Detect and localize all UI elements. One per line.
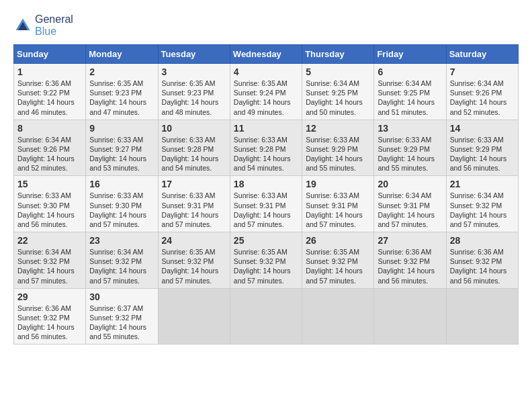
day-number: 12 [306,123,370,134]
empty-cell [158,288,230,345]
day-number: 6 [378,66,442,77]
day-number: 7 [450,66,515,77]
day-number: 10 [162,123,226,134]
logo: General Blue [13,13,73,38]
day-number: 23 [89,235,154,246]
calendar-week-row: 1 Sunrise: 6:36 AM Sunset: 9:22 PM Dayli… [14,64,519,120]
day-info: Sunrise: 6:34 AM Sunset: 9:25 PM Dayligh… [378,79,442,117]
calendar-day-3: 3 Sunrise: 6:35 AM Sunset: 9:23 PM Dayli… [158,64,230,120]
calendar-day-16: 16 Sunrise: 6:33 AM Sunset: 9:30 PM Dayl… [86,176,158,232]
day-info: Sunrise: 6:35 AM Sunset: 9:32 PM Dayligh… [234,247,298,285]
day-info: Sunrise: 6:33 AM Sunset: 9:30 PM Dayligh… [89,191,154,229]
calendar-table: SundayMondayTuesdayWednesdayThursdayFrid… [13,44,519,345]
calendar-day-2: 2 Sunrise: 6:35 AM Sunset: 9:23 PM Dayli… [86,64,158,120]
day-number: 18 [234,179,298,189]
logo-blue-text: Blue [35,26,56,37]
day-info: Sunrise: 6:34 AM Sunset: 9:32 PM Dayligh… [450,191,515,229]
day-info: Sunrise: 6:34 AM Sunset: 9:25 PM Dayligh… [306,79,370,117]
day-info: Sunrise: 6:37 AM Sunset: 9:32 PM Dayligh… [89,304,154,342]
calendar-day-1: 1 Sunrise: 6:36 AM Sunset: 9:22 PM Dayli… [14,64,86,120]
calendar-day-24: 24 Sunrise: 6:35 AM Sunset: 9:32 PM Dayl… [158,232,230,289]
calendar-day-13: 13 Sunrise: 6:33 AM Sunset: 9:29 PM Dayl… [374,120,446,176]
weekday-header-friday: Friday [374,45,446,64]
day-info: Sunrise: 6:35 AM Sunset: 9:24 PM Dayligh… [234,79,298,117]
day-info: Sunrise: 6:33 AM Sunset: 9:31 PM Dayligh… [162,191,226,229]
calendar-day-21: 21 Sunrise: 6:34 AM Sunset: 9:32 PM Dayl… [446,176,518,232]
calendar-day-26: 26 Sunrise: 6:35 AM Sunset: 9:32 PM Dayl… [302,232,374,289]
empty-cell [302,288,374,345]
day-info: Sunrise: 6:33 AM Sunset: 9:28 PM Dayligh… [162,135,226,173]
day-number: 16 [89,179,154,189]
empty-cell [374,288,446,345]
day-info: Sunrise: 6:33 AM Sunset: 9:28 PM Dayligh… [234,135,298,173]
day-number: 14 [450,123,515,134]
empty-cell [446,288,518,345]
day-info: Sunrise: 6:35 AM Sunset: 9:32 PM Dayligh… [162,247,226,285]
calendar-day-17: 17 Sunrise: 6:33 AM Sunset: 9:31 PM Dayl… [158,176,230,232]
day-number: 21 [450,179,515,189]
calendar-day-5: 5 Sunrise: 6:34 AM Sunset: 9:25 PM Dayli… [302,64,374,120]
calendar-day-4: 4 Sunrise: 6:35 AM Sunset: 9:24 PM Dayli… [230,64,302,120]
calendar-day-23: 23 Sunrise: 6:34 AM Sunset: 9:32 PM Dayl… [86,232,158,289]
calendar-day-15: 15 Sunrise: 6:33 AM Sunset: 9:30 PM Dayl… [14,176,86,232]
day-number: 5 [306,66,370,77]
day-info: Sunrise: 6:33 AM Sunset: 9:29 PM Dayligh… [378,135,442,173]
day-info: Sunrise: 6:35 AM Sunset: 9:32 PM Dayligh… [306,247,370,285]
weekday-header-tuesday: Tuesday [158,45,230,64]
calendar-day-29: 29 Sunrise: 6:36 AM Sunset: 9:32 PM Dayl… [14,288,86,345]
day-number: 1 [17,66,82,77]
day-number: 25 [234,235,298,246]
weekday-header-row: SundayMondayTuesdayWednesdayThursdayFrid… [14,45,519,64]
day-number: 11 [234,123,298,134]
calendar-day-25: 25 Sunrise: 6:35 AM Sunset: 9:32 PM Dayl… [230,232,302,289]
calendar-header: SundayMondayTuesdayWednesdayThursdayFrid… [14,45,519,64]
page-header: General Blue [13,13,519,38]
day-info: Sunrise: 6:34 AM Sunset: 9:26 PM Dayligh… [450,79,515,117]
calendar-day-14: 14 Sunrise: 6:33 AM Sunset: 9:29 PM Dayl… [446,120,518,176]
weekday-header-wednesday: Wednesday [230,45,302,64]
day-number: 29 [17,291,82,302]
calendar-day-28: 28 Sunrise: 6:36 AM Sunset: 9:32 PM Dayl… [446,232,518,289]
day-number: 24 [162,235,226,246]
calendar-day-12: 12 Sunrise: 6:33 AM Sunset: 9:29 PM Dayl… [302,120,374,176]
day-info: Sunrise: 6:34 AM Sunset: 9:32 PM Dayligh… [17,247,82,285]
calendar-day-22: 22 Sunrise: 6:34 AM Sunset: 9:32 PM Dayl… [14,232,86,289]
day-info: Sunrise: 6:36 AM Sunset: 9:32 PM Dayligh… [17,304,82,342]
calendar-day-10: 10 Sunrise: 6:33 AM Sunset: 9:28 PM Dayl… [158,120,230,176]
calendar-day-9: 9 Sunrise: 6:33 AM Sunset: 9:27 PM Dayli… [86,120,158,176]
calendar-day-20: 20 Sunrise: 6:34 AM Sunset: 9:31 PM Dayl… [374,176,446,232]
day-info: Sunrise: 6:35 AM Sunset: 9:23 PM Dayligh… [162,79,226,117]
calendar-week-row: 15 Sunrise: 6:33 AM Sunset: 9:30 PM Dayl… [14,176,519,232]
day-number: 15 [17,179,82,189]
calendar-day-19: 19 Sunrise: 6:33 AM Sunset: 9:31 PM Dayl… [302,176,374,232]
day-number: 9 [89,123,154,134]
empty-cell [230,288,302,345]
calendar-week-row: 29 Sunrise: 6:36 AM Sunset: 9:32 PM Dayl… [14,288,519,345]
day-info: Sunrise: 6:33 AM Sunset: 9:30 PM Dayligh… [17,191,82,229]
calendar-day-8: 8 Sunrise: 6:34 AM Sunset: 9:26 PM Dayli… [14,120,86,176]
day-info: Sunrise: 6:33 AM Sunset: 9:29 PM Dayligh… [306,135,370,173]
calendar-day-7: 7 Sunrise: 6:34 AM Sunset: 9:26 PM Dayli… [446,64,518,120]
day-number: 22 [17,235,82,246]
weekday-header-monday: Monday [86,45,158,64]
day-info: Sunrise: 6:36 AM Sunset: 9:32 PM Dayligh… [450,247,515,285]
calendar-day-30: 30 Sunrise: 6:37 AM Sunset: 9:32 PM Dayl… [86,288,158,345]
day-number: 13 [378,123,442,134]
weekday-header-sunday: Sunday [14,45,86,64]
day-info: Sunrise: 6:34 AM Sunset: 9:26 PM Dayligh… [17,135,82,173]
calendar-day-18: 18 Sunrise: 6:33 AM Sunset: 9:31 PM Dayl… [230,176,302,232]
day-number: 26 [306,235,370,246]
day-number: 27 [378,235,442,246]
day-number: 3 [162,66,226,77]
day-info: Sunrise: 6:36 AM Sunset: 9:32 PM Dayligh… [378,247,442,285]
day-info: Sunrise: 6:33 AM Sunset: 9:27 PM Dayligh… [89,135,154,173]
calendar-week-row: 8 Sunrise: 6:34 AM Sunset: 9:26 PM Dayli… [14,120,519,176]
logo-icon [13,16,32,35]
day-number: 20 [378,179,442,189]
day-info: Sunrise: 6:35 AM Sunset: 9:23 PM Dayligh… [89,79,154,117]
day-number: 28 [450,235,515,246]
day-info: Sunrise: 6:33 AM Sunset: 9:29 PM Dayligh… [450,135,515,173]
day-number: 4 [234,66,298,77]
day-number: 30 [89,291,154,302]
day-number: 2 [89,66,154,77]
